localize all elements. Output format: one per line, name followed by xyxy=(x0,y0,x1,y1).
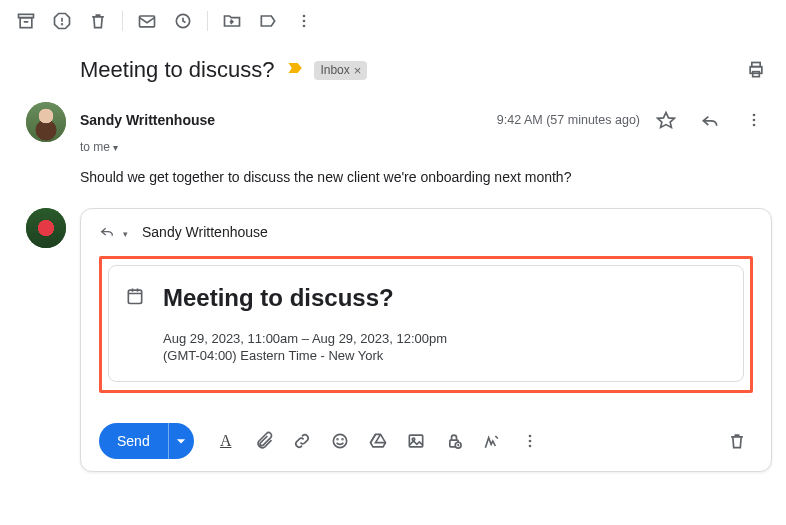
drive-icon[interactable] xyxy=(362,425,394,457)
signature-icon[interactable] xyxy=(476,425,508,457)
spam-icon[interactable] xyxy=(44,3,80,39)
more-icon[interactable] xyxy=(286,3,322,39)
reply-mode-dropdown-icon[interactable] xyxy=(121,224,128,240)
reply-header: Sandy Writtenhouse xyxy=(99,223,753,242)
link-icon[interactable] xyxy=(286,425,318,457)
compose-area: Sandy Writtenhouse Meeting to discuss? A… xyxy=(26,208,772,472)
reply-card: Sandy Writtenhouse Meeting to discuss? A… xyxy=(80,208,772,472)
mark-unread-icon[interactable] xyxy=(129,3,165,39)
reply-to-name: Sandy Writtenhouse xyxy=(142,224,268,240)
recipients[interactable]: to me xyxy=(80,140,772,154)
svg-point-25 xyxy=(528,434,531,437)
reply-icon[interactable] xyxy=(692,102,728,138)
image-icon[interactable] xyxy=(400,425,432,457)
discard-draft-icon[interactable] xyxy=(721,425,753,457)
emoji-icon[interactable] xyxy=(324,425,356,457)
svg-point-18 xyxy=(333,434,346,447)
message-header: Sandy Writtenhouse 9:42 AM (57 minutes a… xyxy=(80,102,772,138)
svg-rect-5 xyxy=(140,16,155,27)
timestamp: 9:42 AM (57 minutes ago) xyxy=(497,113,640,127)
star-icon[interactable] xyxy=(648,102,684,138)
reply-mode-icon[interactable] xyxy=(99,223,115,242)
event-title: Meeting to discuss? xyxy=(163,284,447,312)
event-time-range: Aug 29, 2023, 11:00am – Aug 29, 2023, 12… xyxy=(163,330,447,348)
calendar-event-chip[interactable]: Meeting to discuss? Aug 29, 2023, 11:00a… xyxy=(108,265,744,382)
delete-icon[interactable] xyxy=(80,3,116,39)
inbox-label-chip[interactable]: Inbox × xyxy=(314,61,367,80)
action-toolbar xyxy=(0,0,786,42)
svg-point-9 xyxy=(303,24,306,27)
message: Sandy Writtenhouse 9:42 AM (57 minutes a… xyxy=(0,98,786,196)
snooze-icon[interactable] xyxy=(165,3,201,39)
formatting-icon[interactable]: A xyxy=(210,425,242,457)
print-icon[interactable] xyxy=(738,52,774,88)
attach-icon[interactable] xyxy=(248,425,280,457)
svg-point-26 xyxy=(528,439,531,442)
move-to-icon[interactable] xyxy=(214,3,250,39)
event-highlight-box: Meeting to discuss? Aug 29, 2023, 11:00a… xyxy=(99,256,753,393)
importance-marker-icon[interactable] xyxy=(286,58,306,82)
svg-point-4 xyxy=(62,23,63,24)
message-body: Should we get together to discuss the ne… xyxy=(80,168,772,188)
svg-marker-13 xyxy=(658,113,675,128)
more-options-icon[interactable] xyxy=(514,425,546,457)
svg-point-20 xyxy=(342,439,343,440)
archive-icon[interactable] xyxy=(8,3,44,39)
svg-point-16 xyxy=(753,124,756,127)
email-subject: Meeting to discuss? xyxy=(80,57,274,83)
send-dropdown-icon[interactable] xyxy=(168,423,194,459)
sender-name: Sandy Writtenhouse xyxy=(80,112,215,128)
svg-point-15 xyxy=(753,119,756,122)
remove-label-icon[interactable]: × xyxy=(354,63,362,78)
svg-rect-17 xyxy=(128,290,141,303)
divider xyxy=(122,11,123,31)
svg-point-27 xyxy=(528,444,531,447)
divider xyxy=(207,11,208,31)
my-avatar[interactable] xyxy=(26,208,66,248)
sender-avatar[interactable] xyxy=(26,102,66,142)
subject-row: Meeting to discuss? Inbox × xyxy=(0,42,786,98)
label-text: Inbox xyxy=(320,63,349,77)
svg-point-8 xyxy=(303,19,306,22)
calendar-icon xyxy=(125,286,145,310)
confidential-icon[interactable] xyxy=(438,425,470,457)
svg-point-7 xyxy=(303,14,306,17)
svg-point-14 xyxy=(753,114,756,117)
event-timezone: (GMT-04:00) Eastern Time - New York xyxy=(163,348,447,363)
compose-toolbar: Send A xyxy=(99,423,753,459)
svg-point-19 xyxy=(337,439,338,440)
label-icon[interactable] xyxy=(250,3,286,39)
svg-rect-21 xyxy=(409,435,422,447)
more-icon[interactable] xyxy=(736,102,772,138)
send-button[interactable]: Send xyxy=(99,423,168,459)
